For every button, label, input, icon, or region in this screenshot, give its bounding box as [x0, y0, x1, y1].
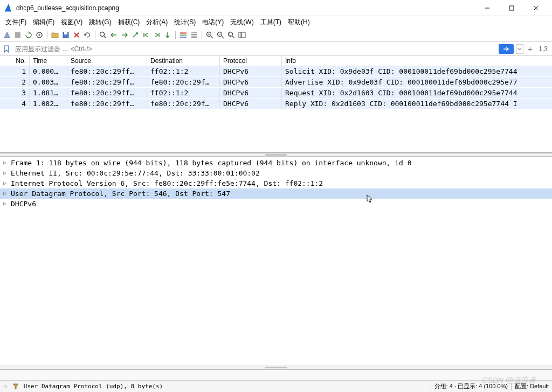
svg-rect-16	[180, 34, 187, 36]
expander-icon[interactable]: ▷	[3, 159, 9, 165]
svg-rect-17	[180, 37, 187, 38]
pane-divider[interactable]	[0, 366, 552, 369]
menu-tools[interactable]: 工具(T)	[257, 17, 285, 28]
tree-ethernet[interactable]: ▷Ethernet II, Src: 00:0c:29:5e:77:44, Ds…	[0, 168, 552, 178]
menu-go[interactable]: 跳转(G)	[86, 17, 114, 28]
save-file-icon[interactable]	[61, 30, 71, 40]
menu-stats[interactable]: 统计(S)	[171, 17, 199, 28]
close-file-icon[interactable]	[72, 30, 81, 40]
go-forward-icon[interactable]	[120, 30, 129, 40]
menu-telephony[interactable]: 电话(Y)	[199, 17, 227, 28]
open-file-icon[interactable]	[50, 30, 60, 40]
svg-rect-1	[509, 6, 514, 10]
svg-text:1: 1	[229, 33, 231, 36]
packet-row[interactable]: 4 1.082… fe80::20c:29ff… fe80::20c:29f… …	[0, 99, 552, 109]
packet-list[interactable]: No. Time Source Destination Protocol Inf…	[0, 56, 552, 153]
reload-icon[interactable]	[82, 30, 92, 40]
packet-destination: fe80::20c:29f…	[147, 77, 220, 87]
col-time-header[interactable]: Time	[30, 56, 67, 66]
apply-filter-button[interactable]	[499, 44, 514, 54]
expert-info-icon[interactable]: ○	[3, 382, 8, 390]
svg-rect-33	[242, 32, 245, 38]
packet-row[interactable]: 1 0.000… fe80::20c:29ff… ff02::1:2 DHCPv…	[0, 66, 552, 77]
go-first-icon[interactable]	[141, 30, 151, 40]
packet-no: 1	[0, 66, 30, 76]
close-button[interactable]	[523, 0, 548, 16]
menu-wireless[interactable]: 无线(W)	[227, 17, 257, 28]
packet-details[interactable]: ▷Frame 1: 118 bytes on wire (944 bits), …	[0, 157, 552, 366]
tree-frame-label: Frame 1: 118 bytes on wire (944 bits), 1…	[11, 159, 412, 167]
expander-icon[interactable]: ▷	[3, 200, 9, 206]
tree-ipv6[interactable]: ▷Internet Protocol Version 6, Src: fe80:…	[0, 178, 552, 188]
svg-point-11	[100, 32, 105, 36]
window-title: dhcp6_outlease_acquisition.pcapng	[16, 4, 475, 12]
bookmark-icon[interactable]	[2, 45, 11, 53]
go-last-icon[interactable]	[152, 30, 162, 40]
stop-capture-icon[interactable]	[13, 30, 23, 40]
expander-icon[interactable]: ▷	[3, 190, 9, 196]
add-filter-button[interactable]: +	[526, 45, 534, 53]
filter-dropdown-button[interactable]	[516, 44, 523, 54]
col-no-header[interactable]: No.	[0, 56, 30, 66]
capture-options-icon[interactable]	[34, 30, 44, 40]
packet-no: 3	[0, 88, 30, 98]
menu-capture[interactable]: 捕获(C)	[115, 17, 143, 28]
packet-source: fe80::20c:29ff…	[67, 99, 147, 109]
toolbar-separator	[175, 31, 176, 39]
tree-ipv6-label: Internet Protocol Version 6, Src: fe80::…	[11, 179, 323, 187]
packet-info: Advertise XID: 0x9de03f CID: 000100011de…	[282, 77, 552, 87]
expander-icon[interactable]: ▷	[3, 170, 9, 176]
statusbar: ○ User Datagram Protocol (udp), 8 byte(s…	[0, 380, 552, 392]
tree-dhcpv6[interactable]: ▷DHCPv6	[0, 199, 552, 209]
col-info-header[interactable]: Info	[282, 56, 552, 66]
tree-frame[interactable]: ▷Frame 1: 118 bytes on wire (944 bits), …	[0, 158, 552, 168]
maximize-button[interactable]	[499, 0, 523, 16]
svg-line-27	[222, 36, 224, 38]
expander-icon[interactable]: ▷	[3, 180, 9, 186]
menu-help[interactable]: 帮助(H)	[285, 17, 313, 28]
packet-row[interactable]: 3 1.081… fe80::20c:29ff… ff02::1:2 DHCPv…	[0, 88, 552, 99]
menu-view[interactable]: 视图(V)	[58, 17, 86, 28]
find-icon[interactable]	[98, 30, 108, 40]
status-separator	[431, 383, 431, 390]
go-back-icon[interactable]	[109, 30, 119, 40]
minimize-button[interactable]	[475, 0, 499, 16]
status-profile[interactable]: 配置: Default	[515, 382, 549, 390]
titlebar: dhcp6_outlease_acquisition.pcapng	[0, 0, 552, 16]
packet-time: 1.081…	[30, 88, 67, 98]
restart-capture-icon[interactable]	[24, 30, 33, 40]
resize-columns-icon[interactable]	[237, 30, 247, 40]
col-destination-header[interactable]: Destination	[147, 56, 220, 66]
menubar: 文件(F) 编辑(E) 视图(V) 跳转(G) 捕获(C) 分析(A) 统计(S…	[0, 16, 552, 28]
zoom-in-icon[interactable]	[205, 30, 215, 40]
filter-bar: + 1.3	[0, 42, 552, 56]
auto-scroll-live-icon[interactable]	[189, 30, 199, 40]
svg-line-30	[232, 36, 234, 38]
tree-dhcpv6-label: DHCPv6	[11, 200, 36, 208]
menu-analyze[interactable]: 分析(A)	[143, 17, 171, 28]
packet-protocol: DHCPv6	[220, 66, 282, 76]
pane-divider[interactable]	[0, 153, 552, 157]
zoom-reset-icon[interactable]: 1	[226, 30, 236, 40]
packet-time: 0.003…	[30, 77, 67, 87]
svg-rect-32	[239, 32, 241, 38]
capture-filter-icon[interactable]	[12, 383, 19, 390]
display-filter-input[interactable]	[13, 44, 496, 54]
filter-version: 1.3	[536, 45, 550, 53]
go-to-packet-icon[interactable]	[130, 30, 140, 40]
zoom-out-icon[interactable]	[216, 30, 225, 40]
packet-source: fe80::20c:29ff…	[67, 66, 147, 76]
toolbar-separator	[202, 31, 202, 39]
menu-file[interactable]: 文件(F)	[2, 17, 30, 28]
colorize-icon[interactable]	[178, 30, 188, 40]
packet-bytes[interactable]	[0, 369, 552, 380]
packet-row[interactable]: 2 0.003… fe80::20c:29ff… fe80::20c:29f… …	[0, 77, 552, 88]
col-source-header[interactable]: Source	[67, 56, 147, 66]
menu-edit[interactable]: 编辑(E)	[30, 17, 58, 28]
autoscroll-icon[interactable]	[163, 30, 172, 40]
start-capture-icon[interactable]	[2, 30, 12, 40]
tree-udp[interactable]: ▷User Datagram Protocol, Src Port: 546, …	[0, 188, 552, 199]
packet-destination: ff02::1:2	[147, 66, 220, 76]
col-protocol-header[interactable]: Protocol	[220, 56, 282, 66]
packet-info: Solicit XID: 0x9de03f CID: 000100011def6…	[282, 66, 552, 76]
